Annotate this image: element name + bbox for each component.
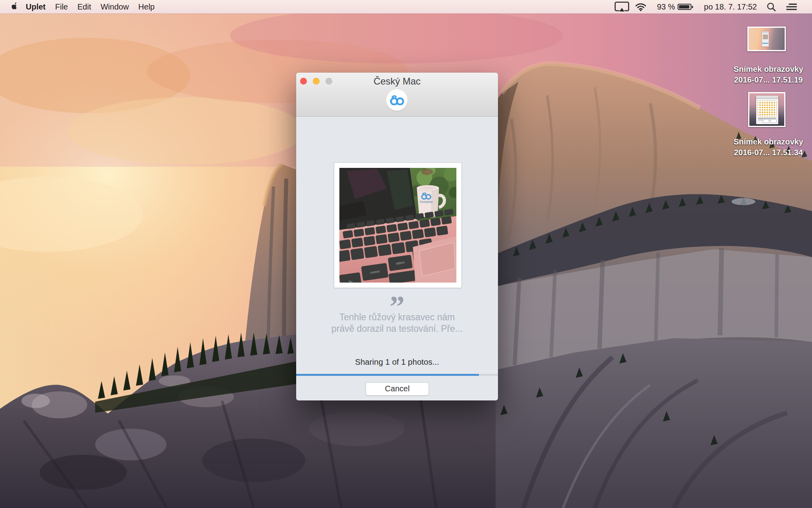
wifi-menu-extra[interactable] bbox=[635, 3, 646, 11]
notification-center-menu-extra[interactable] bbox=[786, 3, 797, 11]
battery-icon bbox=[678, 4, 693, 10]
progress-bar bbox=[296, 374, 498, 376]
share-status-text: Sharing 1 of 1 photos... bbox=[296, 357, 498, 367]
menu-bar: Uplet File Edit Window Help bbox=[0, 0, 812, 13]
caption-line-1: Tenhle růžový krasavec nám bbox=[308, 312, 486, 323]
notification-list-icon bbox=[786, 3, 797, 11]
desktop-icon-label-2[interactable]: Snímek obrazovky 2016-07... 17.51.34 bbox=[717, 137, 812, 158]
progress-fill bbox=[296, 374, 479, 376]
menu-item-app[interactable]: Uplet bbox=[26, 2, 46, 12]
window-header: Český Mac bbox=[296, 73, 498, 117]
photo-preview-frame: ČeskýMac MacBook bbox=[334, 163, 462, 288]
apple-menu[interactable] bbox=[11, 2, 18, 11]
menu-item-edit[interactable]: Edit bbox=[77, 2, 91, 12]
caption-line-2: právě dorazil na testování. Pře... bbox=[308, 323, 486, 335]
desktop: Uplet File Edit Window Help bbox=[0, 0, 812, 508]
ceskymac-logo-icon bbox=[389, 95, 404, 105]
desktop-icon-label-1[interactable]: Snímek obrazovky 2016-07... 17.51.19 bbox=[717, 64, 812, 85]
cancel-button[interactable]: Cancel bbox=[366, 382, 429, 396]
quote-mark: ” bbox=[296, 289, 498, 311]
airplay-menu-extra[interactable] bbox=[615, 2, 629, 12]
desktop-icon-screenshot-2[interactable] bbox=[748, 92, 785, 127]
airplay-icon bbox=[615, 2, 629, 12]
screenshot-2-thumbnail bbox=[749, 93, 784, 126]
photo-caption: Tenhle růžový krasavec nám právě dorazil… bbox=[308, 312, 486, 334]
menu-item-help[interactable]: Help bbox=[138, 2, 155, 12]
window-title: Český Mac bbox=[296, 73, 498, 89]
photo-macbook-mug: ČeskýMac MacBook bbox=[339, 168, 456, 283]
battery-menu-extra[interactable] bbox=[678, 4, 693, 10]
apple-icon bbox=[11, 2, 18, 11]
uplet-share-window: Český Mac bbox=[296, 73, 498, 400]
ceskymac-account-avatar bbox=[386, 89, 408, 111]
menu-item-window[interactable]: Window bbox=[101, 2, 129, 12]
wifi-icon bbox=[635, 3, 646, 11]
spotlight-menu-extra[interactable] bbox=[767, 2, 776, 12]
battery-percent[interactable]: 93 % bbox=[657, 2, 675, 12]
screenshot-1-thumbnail bbox=[749, 28, 785, 50]
clock[interactable]: po 18. 7. 17:52 bbox=[704, 2, 757, 12]
search-icon bbox=[767, 2, 776, 12]
menu-item-file[interactable]: File bbox=[55, 2, 68, 12]
desktop-icon-screenshot-1[interactable] bbox=[747, 27, 786, 51]
